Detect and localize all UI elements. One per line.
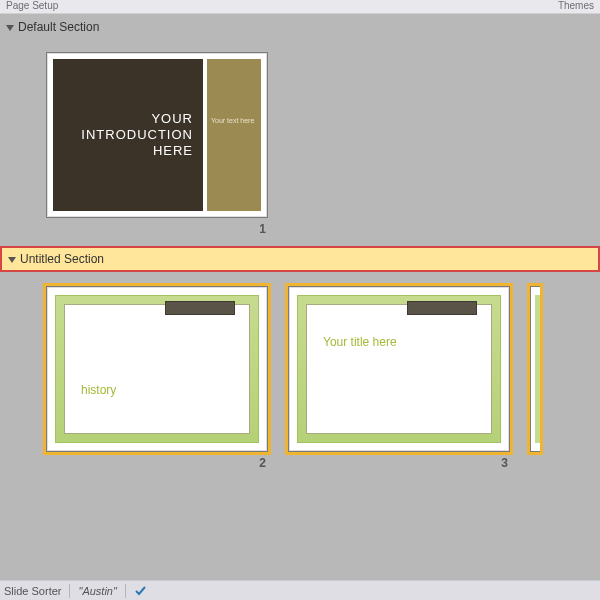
status-separator — [125, 584, 126, 598]
slide-2-body: history — [55, 295, 259, 443]
status-separator — [69, 584, 70, 598]
section-slides-row: history 2 Your title here 3 — [0, 272, 600, 480]
section-slides-row: YOUR INTRODUCTION HERE Your text here 1 — [0, 38, 600, 246]
ribbon-group-page-setup: Page Setup — [6, 0, 58, 11]
slide-wrap-partial — [530, 286, 540, 452]
section-header-default[interactable]: Default Section — [0, 14, 600, 38]
slide-2-inner: history — [64, 304, 250, 434]
slide-3-body: Your title here — [297, 295, 501, 443]
slide-wrap: YOUR INTRODUCTION HERE Your text here 1 — [46, 52, 268, 236]
slide-3-inner: Your title here — [306, 304, 492, 434]
slide-1-body: YOUR INTRODUCTION HERE Your text here — [53, 59, 261, 211]
section-name-label: Default Section — [18, 20, 99, 34]
slide-1-title-text: YOUR INTRODUCTION HERE — [63, 111, 193, 160]
status-bar: Slide Sorter "Austin" — [0, 580, 600, 600]
slide-thumbnail-1[interactable]: YOUR INTRODUCTION HERE Your text here — [46, 52, 268, 218]
slide-4-body-partial — [535, 295, 540, 443]
slide-number-label: 3 — [501, 456, 508, 470]
slide-3-tab — [407, 301, 477, 315]
collapse-caret-icon[interactable] — [8, 257, 16, 263]
slide-2-text: history — [81, 383, 116, 397]
slide-thumbnail-3[interactable]: Your title here — [288, 286, 510, 452]
slide-1-subtitle-area: Your text here — [207, 59, 261, 211]
slide-3-text: Your title here — [323, 335, 397, 349]
slide-sorter-pane[interactable]: Default Section YOUR INTRODUCTION HERE Y… — [0, 14, 600, 540]
slide-thumbnail-2[interactable]: history — [46, 286, 268, 452]
slide-1-title-area: YOUR INTRODUCTION HERE — [53, 59, 203, 211]
status-theme-label: "Austin" — [78, 585, 116, 597]
slide-number-label: 1 — [259, 222, 266, 236]
slide-2-tab — [165, 301, 235, 315]
section-name-label: Untitled Section — [20, 252, 104, 266]
collapse-caret-icon[interactable] — [6, 25, 14, 31]
slide-wrap: Your title here 3 — [288, 286, 510, 470]
slide-1-subtitle-text: Your text here — [211, 117, 257, 125]
slide-wrap: history 2 — [46, 286, 268, 470]
slide-thumbnail-4-partial[interactable] — [530, 286, 540, 452]
spellcheck-icon[interactable] — [134, 584, 148, 598]
slide-number-label: 2 — [259, 456, 266, 470]
status-view-label[interactable]: Slide Sorter — [4, 585, 61, 597]
ribbon-group-row: Page Setup Themes — [0, 0, 600, 14]
ribbon-group-themes: Themes — [558, 0, 594, 11]
section-header-untitled[interactable]: Untitled Section — [0, 246, 600, 272]
